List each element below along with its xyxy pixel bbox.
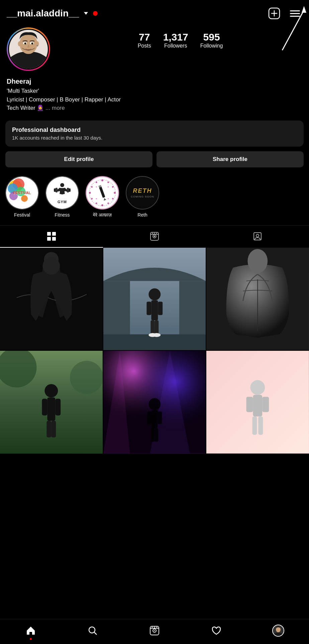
posts-stat[interactable]: 77 Posts bbox=[138, 31, 151, 49]
highlight-circle-festival: FESTIVAL bbox=[5, 176, 39, 210]
svg-rect-82 bbox=[51, 421, 56, 437]
svg-rect-65 bbox=[146, 302, 151, 315]
svg-rect-79 bbox=[42, 399, 47, 416]
svg-point-32 bbox=[96, 181, 97, 183]
grid-item-5[interactable] bbox=[103, 351, 206, 454]
svg-point-46 bbox=[154, 236, 155, 237]
profile-avatar-image bbox=[273, 625, 284, 636]
svg-point-99 bbox=[89, 627, 95, 633]
svg-point-49 bbox=[154, 233, 155, 234]
bio-line2: Lyricist | Composer | B Boyer | Rapper |… bbox=[7, 96, 121, 103]
home-icon bbox=[25, 625, 36, 636]
action-buttons: Edit profile Share profile bbox=[5, 151, 304, 167]
header-right bbox=[267, 6, 302, 21]
nav-profile[interactable] bbox=[268, 624, 288, 637]
svg-point-109 bbox=[276, 627, 281, 632]
nav-reels[interactable] bbox=[144, 624, 165, 637]
tab-reels[interactable] bbox=[103, 226, 206, 248]
professional-dashboard[interactable]: Professional dashboard 1K accounts reach… bbox=[5, 120, 304, 147]
highlight-festival[interactable]: FESTIVAL Festival bbox=[5, 176, 39, 218]
nav-heart[interactable] bbox=[206, 624, 226, 637]
highlight-fitness[interactable]: GYM Fitness bbox=[45, 176, 79, 218]
avatar-container[interactable] bbox=[7, 27, 50, 71]
chevron-down-icon[interactable] bbox=[82, 10, 90, 17]
svg-point-13 bbox=[31, 43, 33, 45]
svg-point-52 bbox=[256, 234, 259, 237]
avatar-inner bbox=[8, 29, 49, 70]
svg-point-7 bbox=[18, 41, 21, 46]
svg-point-30 bbox=[89, 192, 91, 194]
highlight-reth[interactable]: RETH COMING SOON Reth bbox=[126, 176, 159, 218]
svg-rect-40 bbox=[47, 232, 51, 236]
grid-item-4[interactable] bbox=[0, 351, 103, 454]
svg-rect-68 bbox=[154, 320, 159, 334]
svg-point-38 bbox=[96, 198, 97, 199]
bio-line3: Tech Writer 🧕 bbox=[7, 105, 44, 111]
svg-point-63 bbox=[148, 288, 161, 300]
grid-item-2[interactable] bbox=[103, 248, 206, 350]
svg-point-73 bbox=[248, 249, 268, 273]
heart-icon bbox=[211, 625, 222, 636]
svg-point-12 bbox=[24, 43, 26, 45]
search-icon bbox=[87, 625, 98, 636]
header: __mai.aladdin__ bbox=[0, 0, 309, 25]
share-profile-button[interactable]: Share profile bbox=[157, 151, 304, 167]
svg-rect-97 bbox=[252, 416, 257, 435]
highlight-label-fitness: Fitness bbox=[55, 212, 70, 218]
svg-point-23 bbox=[112, 186, 114, 187]
grid-item-1[interactable] bbox=[0, 248, 103, 350]
svg-point-106 bbox=[154, 627, 155, 628]
reth-title-text: RETH bbox=[133, 187, 152, 194]
spacer bbox=[0, 454, 309, 487]
highlight-circle-fitness: GYM bbox=[45, 176, 79, 210]
svg-point-22 bbox=[107, 181, 109, 183]
svg-point-37 bbox=[108, 186, 109, 187]
grid-item-3[interactable] bbox=[206, 248, 309, 350]
svg-rect-43 bbox=[52, 237, 56, 241]
svg-point-48 bbox=[152, 233, 153, 234]
svg-point-76 bbox=[70, 361, 103, 394]
svg-rect-41 bbox=[52, 232, 56, 236]
svg-rect-62 bbox=[103, 334, 206, 350]
hamburger-menu-button[interactable] bbox=[288, 6, 302, 21]
highlight-mere-alfaz[interactable]: मेरे अल्फ़ाज़ bbox=[86, 176, 119, 218]
grid-icon bbox=[47, 232, 56, 241]
svg-point-29 bbox=[91, 198, 93, 199]
highlights-section: FESTIVAL Festival bbox=[0, 171, 309, 223]
avatar-image bbox=[9, 29, 48, 70]
menu-line-2 bbox=[290, 13, 300, 14]
svg-marker-34 bbox=[103, 197, 106, 200]
svg-point-28 bbox=[96, 202, 97, 204]
svg-point-57 bbox=[42, 257, 60, 274]
tagged-icon bbox=[253, 232, 262, 241]
svg-point-103 bbox=[154, 630, 155, 631]
home-active-dot bbox=[30, 638, 32, 640]
tab-grid[interactable] bbox=[0, 226, 103, 248]
svg-rect-80 bbox=[55, 399, 61, 416]
dashboard-subtitle: 1K accounts reached in the last 30 days. bbox=[12, 135, 297, 141]
tab-tagged[interactable] bbox=[206, 226, 309, 248]
svg-rect-96 bbox=[263, 397, 269, 412]
svg-rect-88 bbox=[147, 411, 151, 424]
username[interactable]: __mai.aladdin__ bbox=[7, 8, 79, 19]
svg-point-27 bbox=[101, 204, 103, 206]
svg-point-36 bbox=[96, 186, 97, 187]
posts-count: 77 bbox=[139, 31, 150, 43]
edit-profile-button[interactable]: Edit profile bbox=[5, 151, 152, 167]
svg-rect-98 bbox=[259, 416, 263, 435]
svg-rect-95 bbox=[246, 397, 253, 412]
followers-stat[interactable]: 1,317 Followers bbox=[163, 31, 188, 49]
nav-home[interactable] bbox=[21, 624, 41, 637]
menu-line-3 bbox=[290, 16, 300, 17]
bio-line1: 'Multi Tasker' bbox=[7, 88, 39, 94]
svg-point-77 bbox=[44, 384, 58, 398]
svg-point-39 bbox=[108, 198, 109, 199]
profile-section: 77 Posts 1,317 Followers 595 Following bbox=[0, 25, 309, 76]
reels-icon bbox=[150, 232, 159, 241]
grid-item-6[interactable] bbox=[206, 351, 309, 454]
followers-count: 1,317 bbox=[163, 31, 188, 43]
bio-more[interactable]: ... more bbox=[45, 105, 65, 111]
add-content-button[interactable] bbox=[267, 6, 282, 21]
following-stat[interactable]: 595 Following bbox=[200, 31, 223, 49]
nav-search[interactable] bbox=[83, 624, 103, 637]
